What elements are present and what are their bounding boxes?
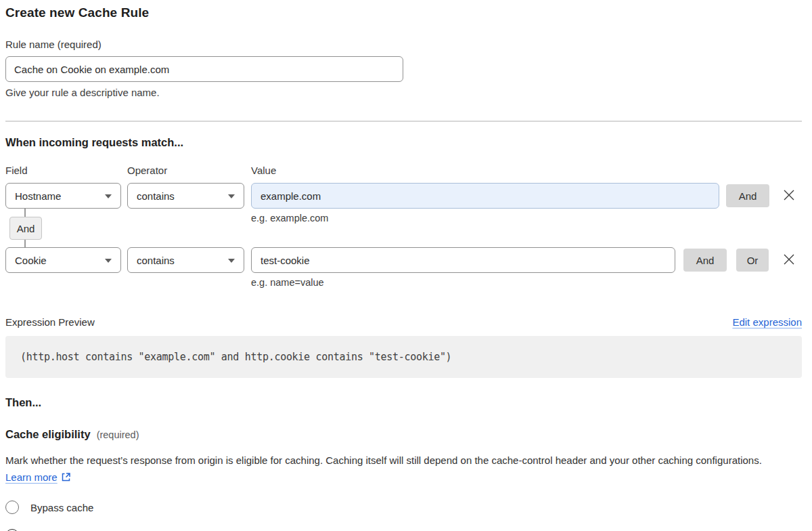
field-select-row1-value: Hostname	[15, 190, 61, 202]
required-note: (required)	[97, 429, 139, 440]
then-section-heading: Then...	[5, 396, 802, 409]
rule-name-label: Rule name (required)	[5, 39, 802, 50]
expression-preview-label: Expression Preview	[5, 316, 95, 328]
value-column-label: Value	[251, 165, 276, 176]
cache-eligibility-radio-group: Bypass cache Eligible for cache	[5, 501, 802, 531]
remove-row2-button[interactable]	[782, 253, 796, 266]
section-divider	[5, 121, 802, 122]
add-and-button-row2[interactable]: And	[683, 249, 727, 272]
value-hint-row2: e.g. name=value	[251, 277, 324, 288]
radio-bypass-cache[interactable]: Bypass cache	[5, 501, 802, 514]
close-icon	[783, 253, 795, 266]
field-column-label: Field	[5, 165, 28, 176]
connector-line-top	[24, 209, 26, 217]
create-cache-rule-page: Create new Cache Rule Rule name (require…	[0, 0, 812, 531]
chevron-down-icon	[228, 194, 235, 198]
operator-column-label: Operator	[127, 165, 167, 176]
edit-expression-link[interactable]: Edit expression	[732, 316, 802, 328]
expression-builder: Field Operator Value Hostname contains A…	[5, 165, 802, 291]
external-link-icon	[61, 472, 71, 482]
radio-bypass-cache-label: Bypass cache	[30, 502, 93, 513]
rule-name-input[interactable]	[5, 56, 403, 82]
cache-eligibility-description: Mark whether the request’s response from…	[5, 452, 790, 486]
chevron-down-icon	[105, 259, 112, 263]
add-or-button-row2[interactable]: Or	[736, 249, 769, 272]
operator-select-row2[interactable]: contains	[127, 247, 244, 273]
operator-select-row1[interactable]: contains	[127, 183, 244, 209]
expression-preview-code: (http.host contains "example.com" and ht…	[5, 336, 802, 378]
field-select-row1[interactable]: Hostname	[5, 183, 121, 209]
learn-more-link[interactable]: Learn more	[5, 471, 58, 483]
value-input-row2[interactable]	[251, 247, 675, 273]
value-hint-row1: e.g. example.com	[251, 213, 328, 224]
connector-line-bottom	[24, 240, 26, 247]
close-icon	[783, 189, 795, 201]
cache-eligibility-heading: Cache eligibility	[5, 428, 91, 441]
operator-select-row2-value: contains	[137, 255, 175, 266]
operator-select-row1-value: contains	[137, 190, 175, 202]
field-select-row2[interactable]: Cookie	[5, 247, 121, 273]
chevron-down-icon	[228, 259, 235, 263]
value-input-row1[interactable]	[251, 183, 719, 209]
connector-and-button[interactable]: And	[9, 217, 42, 240]
field-select-row2-value: Cookie	[15, 255, 47, 266]
expression-code-text: (http.host contains "example.com" and ht…	[20, 351, 451, 363]
add-and-button-row1[interactable]: And	[726, 184, 769, 207]
remove-row1-button[interactable]	[782, 188, 796, 202]
chevron-down-icon	[105, 194, 112, 198]
radio-unselected-icon	[5, 501, 19, 514]
description-text: Mark whether the request’s response from…	[5, 454, 762, 466]
rule-name-helper: Give your rule a descriptive name.	[5, 87, 802, 98]
page-title: Create new Cache Rule	[5, 5, 802, 20]
match-section-heading: When incoming requests match...	[5, 136, 802, 149]
